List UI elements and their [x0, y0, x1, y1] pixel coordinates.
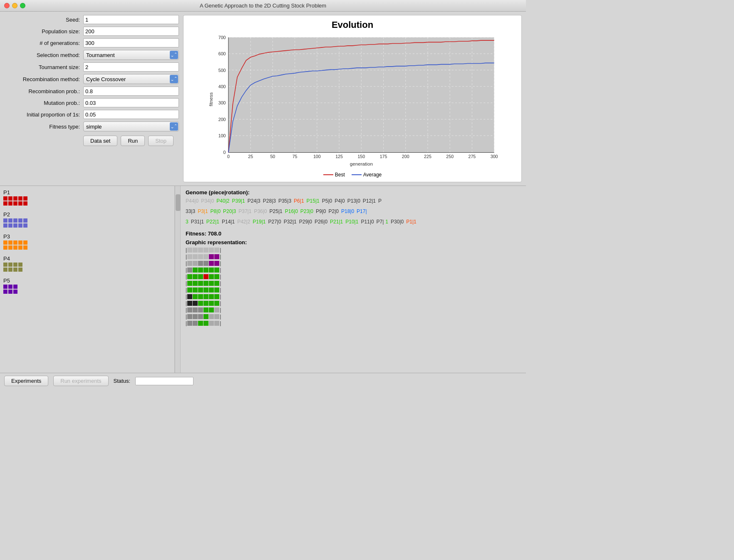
run-experiments-button[interactable]: Run experiments	[53, 376, 108, 386]
seed-input[interactable]	[83, 15, 179, 24]
pop-blocks-p1-row2	[3, 201, 171, 206]
recomb-method-select-wrap: Cycle Crossover Order Crossover	[83, 74, 179, 84]
init-prop-input[interactable]	[83, 110, 179, 119]
scrollbar-thumb[interactable]	[176, 194, 181, 211]
graphic-cell	[198, 261, 203, 266]
stop-button[interactable]: Stop	[148, 136, 174, 146]
mutation-prob-input[interactable]	[83, 98, 179, 107]
graphic-cell	[198, 254, 203, 259]
pop-block	[8, 263, 12, 267]
svg-text:75: 75	[293, 154, 298, 159]
pop-block	[3, 290, 7, 294]
seed-label: Seed:	[4, 17, 83, 23]
graphic-cell	[214, 274, 219, 279]
pop-block	[8, 201, 12, 206]
pop-label-p4: P4	[3, 255, 171, 262]
graphic-cell	[209, 281, 214, 286]
graphic-cell	[214, 301, 219, 306]
num-gen-input[interactable]	[83, 38, 179, 47]
graphic-border-left: |	[186, 300, 187, 306]
pop-block	[13, 268, 17, 272]
graphic-border-right: |	[220, 307, 221, 313]
graphic-cell	[203, 314, 208, 319]
pop-block	[13, 240, 17, 245]
genome-piece: P22|1	[206, 218, 219, 226]
graphic-row: ||	[186, 307, 521, 313]
pop-block	[23, 240, 27, 245]
pop-block	[13, 223, 17, 228]
pop-block	[18, 223, 22, 228]
graphic-cell	[187, 301, 192, 306]
graphic-cell	[214, 294, 219, 299]
graphic-cell	[198, 294, 203, 299]
svg-text:generation: generation	[350, 161, 373, 166]
pop-block	[23, 245, 27, 250]
scrollbar[interactable]	[175, 186, 181, 373]
svg-text:50: 50	[270, 154, 275, 159]
graphic-cell	[203, 321, 208, 326]
graphic-cell	[187, 287, 192, 292]
pop-size-input[interactable]	[83, 27, 179, 36]
graphic-border-right: |	[220, 287, 221, 293]
genome-title: Genome (piece|rotation):	[186, 189, 521, 196]
graphic-cell	[209, 321, 214, 326]
graphic-cell	[193, 248, 198, 253]
graphic-cell	[193, 274, 198, 279]
selection-select-wrap: Tournament Roulette	[83, 50, 179, 60]
legend-best-line	[323, 174, 333, 175]
graphic-cell	[209, 268, 214, 273]
pop-block	[3, 240, 7, 245]
selection-select[interactable]: Tournament Roulette	[83, 50, 179, 60]
legend-avg-label: Average	[363, 172, 382, 178]
pop-block	[13, 263, 17, 267]
pop-label-p3: P3	[3, 233, 171, 240]
status-input[interactable]	[135, 377, 193, 385]
run-button[interactable]: Run	[121, 136, 145, 146]
recomb-method-select[interactable]: Cycle Crossover Order Crossover	[83, 74, 179, 84]
graphic-border-left: |	[186, 294, 187, 300]
seed-row: Seed:	[4, 15, 179, 24]
button-row: Data set Run Stop	[4, 136, 179, 146]
chart-area: 0 100 200 300 400 500 600 700 0 25 50 75…	[188, 33, 517, 170]
close-button[interactable]	[4, 3, 10, 8]
graphic-border-right: |	[220, 274, 221, 280]
dataset-button[interactable]: Data set	[83, 136, 117, 146]
pop-block	[23, 201, 27, 206]
minimize-button[interactable]	[12, 3, 17, 8]
pop-block	[13, 218, 17, 223]
genome-piece: P24|3	[248, 197, 260, 205]
tournament-size-input[interactable]	[83, 62, 179, 72]
svg-text:400: 400	[218, 84, 226, 89]
graphic-border-left: |	[186, 280, 187, 286]
graphic-cell	[214, 287, 219, 292]
genome-piece: P10|1	[345, 218, 358, 226]
recomb-prob-input[interactable]	[83, 87, 179, 96]
pop-blocks-p1-row1	[3, 196, 171, 201]
selection-method-row: Selection method: Tournament Roulette	[4, 50, 179, 60]
svg-text:200: 200	[218, 117, 226, 122]
maximize-button[interactable]	[20, 3, 25, 8]
pop-label-p2: P2	[3, 211, 171, 218]
fitness-type-select[interactable]: simple complex	[83, 121, 179, 131]
pop-block	[3, 196, 7, 201]
graphic-cell	[209, 314, 214, 319]
graphic-row: ||	[186, 267, 521, 273]
graphic-cell	[214, 321, 219, 326]
main-content: Seed: Population size: # of generations:…	[0, 12, 526, 373]
graphic-row: ||	[186, 294, 521, 300]
window-controls[interactable]	[4, 3, 25, 8]
svg-text:25: 25	[248, 154, 253, 159]
svg-text:700: 700	[218, 35, 226, 40]
experiments-button[interactable]: Experiments	[4, 376, 48, 386]
graphic-cell	[198, 274, 203, 279]
genome-piece: 3	[186, 218, 188, 226]
fitness-line: Fitness: 708.0	[186, 230, 521, 237]
pop-block	[18, 245, 22, 250]
genome-piece: P34|0	[201, 197, 214, 205]
graphic-cell	[203, 268, 208, 273]
genome-piece: P21|1	[330, 218, 343, 226]
chart-panel: Evolution	[183, 15, 522, 182]
genome-piece: 33|3	[186, 208, 195, 216]
genome-piece: P44|0	[186, 197, 198, 205]
recomb-method-label: Recombination method:	[4, 76, 83, 82]
